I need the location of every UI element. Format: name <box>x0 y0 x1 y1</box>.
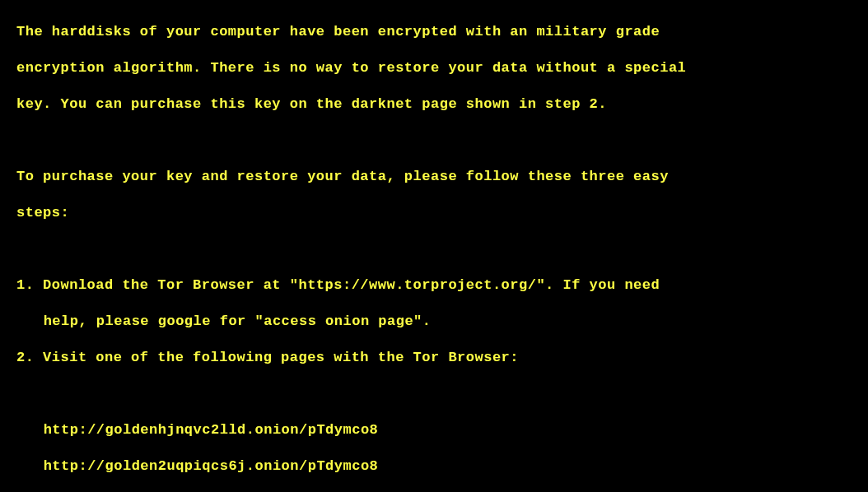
blank-line <box>16 132 852 150</box>
instructions-1: To purchase your key and restore your da… <box>16 168 852 186</box>
intro-text-3: key. You can purchase this key on the da… <box>16 95 852 114</box>
ransom-terminal-screen: The harddisks of your computer have been… <box>0 0 868 492</box>
intro-text-1: The harddisks of your computer have been… <box>16 23 852 41</box>
step-1-line-1: 1. Download the Tor Browser at "https://… <box>16 276 852 295</box>
step-1-line-2: help, please google for "access onion pa… <box>16 313 852 331</box>
step-2-line-1: 2. Visit one of the following pages with… <box>16 349 852 367</box>
onion-url-1: http://goldenhjnqvc2lld.onion/pTdymco8 <box>16 421 852 439</box>
intro-text-2: encryption algorithm. There is no way to… <box>16 59 852 77</box>
blank-line <box>16 240 852 258</box>
blank-line <box>16 385 852 403</box>
instructions-2: steps: <box>16 204 852 222</box>
onion-url-2: http://golden2uqpiqcs6j.onion/pTdymco8 <box>16 457 852 476</box>
